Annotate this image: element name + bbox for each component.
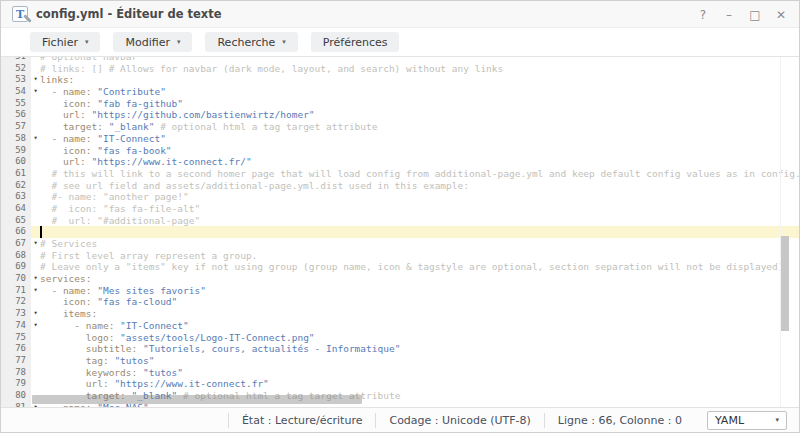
code-line-body[interactable]: # this will link to a second homer page … — [31, 168, 799, 180]
code-line-70[interactable]: 70▾services: — [1, 273, 799, 285]
code-text: url: "https://github.com/bastienwirtz/ho… — [40, 109, 799, 121]
code-line-67[interactable]: 67▾# Services — [1, 238, 799, 250]
status-bar: État : Lecture/écriture Codage : Unicode… — [1, 407, 799, 432]
code-line-68[interactable]: 68# First level array represent a group. — [1, 250, 799, 262]
code-line-55[interactable]: 55 icon: "fab fa-github" — [1, 98, 799, 110]
code-line-69[interactable]: 69# Leave only a "items" key if not usin… — [1, 261, 799, 273]
close-icon[interactable]: ✕ — [773, 8, 789, 22]
code-line-79[interactable]: 79 url: "https://www.it-connect.fr" — [1, 378, 799, 390]
code-line-63[interactable]: 63 #- name: "another page!" — [1, 191, 799, 203]
code-line-78[interactable]: 78 keywords: "tutos" — [1, 367, 799, 379]
code-text: - name: "Mes sites favoris" — [40, 285, 799, 297]
code-text: # Services — [40, 238, 799, 250]
code-editor[interactable]: 51# Optional navbar52# links: [] # Allow… — [1, 57, 799, 407]
code-line-body[interactable]: icon: "fas fa-cloud" — [31, 296, 799, 308]
menu-fichier[interactable]: Fichier ▾ — [30, 32, 100, 52]
code-line-62[interactable]: 62 # see url field and assets/additional… — [1, 180, 799, 192]
code-line-body[interactable]: ▾ - name: "IT-Connect" — [31, 133, 799, 145]
code-line-body[interactable]: subtitle: "Tutoriels, cours, actualités … — [31, 343, 799, 355]
code-line-60[interactable]: 60 url: "https://www.it-connect.fr/" — [1, 156, 799, 168]
code-line-74[interactable]: 74▾ - name: "IT-Connect" — [1, 320, 799, 332]
code-line-body[interactable]: # icon: "fas fa-file-alt" — [31, 203, 799, 215]
line-number: 76 — [1, 343, 31, 355]
line-number: 74 — [1, 320, 31, 332]
fold-arrow-icon[interactable]: ▾ — [31, 308, 40, 320]
fold-arrow-icon[interactable]: ▾ — [31, 74, 40, 86]
fold-slot — [31, 168, 40, 180]
code-line-72[interactable]: 72 icon: "fas fa-cloud" — [1, 296, 799, 308]
line-number: 77 — [1, 355, 31, 367]
fold-arrow-icon[interactable]: ▾ — [31, 86, 40, 98]
code-line-52[interactable]: 52# links: [] # Allows for navbar (dark … — [1, 63, 799, 75]
line-number: 66 — [1, 226, 31, 238]
code-line-body[interactable]: ▾ items: — [31, 308, 799, 320]
chevron-down-icon: ▾ — [177, 38, 181, 46]
vertical-scrollbar-thumb[interactable] — [781, 236, 789, 331]
code-line-76[interactable]: 76 subtitle: "Tutoriels, cours, actualit… — [1, 343, 799, 355]
code-line-body[interactable]: url: "https://www.it-connect.fr" — [31, 378, 799, 390]
code-line-61[interactable]: 61 # this will link to a second homer pa… — [1, 168, 799, 180]
fold-slot — [31, 180, 40, 192]
code-line-54[interactable]: 54▾ - name: "Contribute" — [1, 86, 799, 98]
fold-slot — [31, 332, 40, 344]
code-line-body[interactable]: keywords: "tutos" — [31, 367, 799, 379]
maximize-icon[interactable]: □ — [747, 8, 763, 22]
fold-slot — [31, 355, 40, 367]
code-line-body[interactable]: # see url field and assets/additional-pa… — [31, 180, 799, 192]
minimize-icon[interactable]: – — [721, 8, 737, 22]
code-line-body[interactable]: url: "https://github.com/bastienwirtz/ho… — [31, 109, 799, 121]
code-line-73[interactable]: 73▾ items: — [1, 308, 799, 320]
menu-preferences[interactable]: Préférences — [311, 32, 400, 52]
code-line-body[interactable]: ▾# Services — [31, 238, 799, 250]
fold-slot — [31, 261, 40, 273]
line-number: 79 — [1, 378, 31, 390]
code-line-body[interactable]: logo: "assets/tools/Logo-IT-Connect.png" — [31, 332, 799, 344]
window-title: config.yml - Éditeur de texte — [36, 7, 221, 21]
language-select[interactable]: YAML ▾ — [707, 411, 787, 430]
fold-arrow-icon[interactable]: ▾ — [31, 320, 40, 332]
code-line-body[interactable]: ▾ - name: "Mes sites favoris" — [31, 285, 799, 297]
code-line-75[interactable]: 75 logo: "assets/tools/Logo-IT-Connect.p… — [1, 332, 799, 344]
code-line-body[interactable]: # Leave only a "items" key if not using … — [31, 261, 799, 273]
code-text: # this will link to a second homer page … — [40, 168, 799, 180]
code-line-64[interactable]: 64 # icon: "fas fa-file-alt" — [1, 203, 799, 215]
code-line-56[interactable]: 56 url: "https://github.com/bastienwirtz… — [1, 109, 799, 121]
menu-recherche[interactable]: Recherche ▾ — [205, 32, 297, 52]
code-line-body[interactable]: ▾services: — [31, 273, 799, 285]
menu-modifier[interactable]: Modifier ▾ — [113, 32, 192, 52]
code-line-57[interactable]: 57 target: "_blank" # optional html a ta… — [1, 121, 799, 133]
code-line-body[interactable] — [31, 226, 799, 238]
code-line-body[interactable]: ▾ - name: "Contribute" — [31, 86, 799, 98]
code-line-body[interactable]: tag: "tutos" — [31, 355, 799, 367]
code-text: keywords: "tutos" — [40, 367, 799, 379]
text-editor-window: T config.yml - Éditeur de texte ? – □ ✕ … — [0, 0, 800, 433]
code-line-body[interactable]: #- name: "another page!" — [31, 191, 799, 203]
line-number: 54 — [1, 86, 31, 98]
code-line-body[interactable]: # links: [] # Allows for navbar (dark mo… — [31, 63, 799, 75]
code-line-body[interactable]: icon: "fas fa-book" — [31, 145, 799, 157]
code-line-body[interactable]: ▾ - name: "IT-Connect" — [31, 320, 799, 332]
code-line-65[interactable]: 65 # url: "#additional-page" — [1, 215, 799, 227]
code-line-body[interactable]: # url: "#additional-page" — [31, 215, 799, 227]
chevron-down-icon: ▾ — [282, 38, 286, 46]
code-line-body[interactable]: icon: "fab fa-github" — [31, 98, 799, 110]
code-line-66[interactable]: 66 — [1, 226, 799, 238]
code-line-53[interactable]: 53▾links: — [1, 74, 799, 86]
code-line-77[interactable]: 77 tag: "tutos" — [1, 355, 799, 367]
fold-arrow-icon[interactable]: ▾ — [31, 285, 40, 297]
fold-arrow-icon[interactable]: ▾ — [31, 238, 40, 250]
horizontal-scrollbar-thumb[interactable] — [32, 395, 362, 404]
code-line-71[interactable]: 71▾ - name: "Mes sites favoris" — [1, 285, 799, 297]
menu-label: Fichier — [42, 36, 78, 49]
fold-arrow-icon[interactable]: ▾ — [31, 273, 40, 285]
help-icon[interactable]: ? — [695, 8, 711, 22]
line-number: 52 — [1, 63, 31, 75]
code-line-body[interactable]: target: "_blank" # optional html a tag t… — [31, 121, 799, 133]
fold-arrow-icon[interactable]: ▾ — [31, 133, 40, 145]
code-line-58[interactable]: 58▾ - name: "IT-Connect" — [1, 133, 799, 145]
code-line-59[interactable]: 59 icon: "fas fa-book" — [1, 145, 799, 157]
code-line-body[interactable]: url: "https://www.it-connect.fr/" — [31, 156, 799, 168]
code-line-body[interactable]: ▾links: — [31, 74, 799, 86]
code-text: # links: [] # Allows for navbar (dark mo… — [40, 63, 799, 75]
code-line-body[interactable]: # First level array represent a group. — [31, 250, 799, 262]
